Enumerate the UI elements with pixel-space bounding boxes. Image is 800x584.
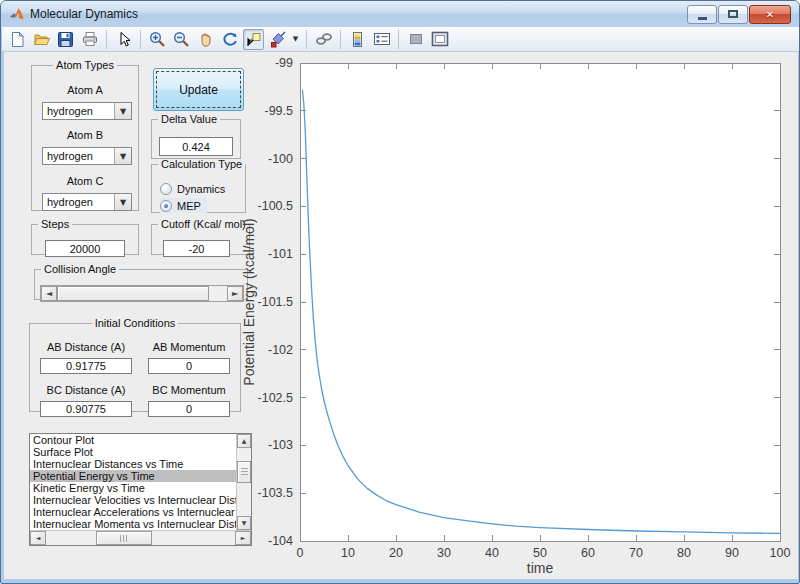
list-item[interactable]: Surface Plot xyxy=(30,446,236,458)
chevron-down-icon: ▼ xyxy=(120,152,126,161)
atom-a-dropdown-button[interactable]: ▼ xyxy=(114,103,131,119)
calculation-type-panel: Calculation Type Dynamics MEP xyxy=(151,158,246,213)
zoom-in-button[interactable] xyxy=(147,29,168,50)
hide-plot-tools-button[interactable] xyxy=(405,29,426,50)
pan-hand-icon xyxy=(197,31,214,48)
maximize-button[interactable] xyxy=(718,5,748,24)
bc-momentum-label: BC Momentum xyxy=(148,384,230,396)
x-tick-label: 70 xyxy=(629,546,643,560)
atom-c-dropdown-button[interactable]: ▼ xyxy=(114,194,131,210)
rotate-3d-button[interactable] xyxy=(219,29,240,50)
atom-c-label: Atom C xyxy=(32,175,138,187)
list-item[interactable]: Internuclear Accelerations vs Internucle… xyxy=(30,506,236,518)
radio-mep-label: MEP xyxy=(177,200,201,212)
plot-background[interactable] xyxy=(300,63,780,541)
potential-energy-plot[interactable]: 0102030405060708090100-99-99.5-100-100.5… xyxy=(241,53,800,579)
scroll-left-button[interactable]: ◄ xyxy=(30,531,46,545)
rotate-3d-icon xyxy=(221,31,238,48)
figure-toolbar: ▼ xyxy=(2,27,800,52)
y-tick-label: -104 xyxy=(268,534,293,548)
radio-checked-icon xyxy=(160,200,172,212)
list-item[interactable]: Internuclear Distances vs Time xyxy=(30,458,236,470)
bc-distance-field[interactable] xyxy=(40,401,132,417)
initial-conditions-panel: Initial Conditions AB Distance (A) AB Mo… xyxy=(29,317,241,412)
pointer-icon xyxy=(116,31,132,47)
save-button[interactable] xyxy=(55,29,76,50)
zoom-out-button[interactable] xyxy=(171,29,192,50)
list-item[interactable]: Potential Energy vs Time xyxy=(30,470,236,482)
brush-button[interactable] xyxy=(267,29,288,50)
y-tick-label: -101.5 xyxy=(258,295,293,309)
radio-unchecked-icon xyxy=(160,183,172,195)
atom-b-dropdown-button[interactable]: ▼ xyxy=(114,148,131,164)
ab-momentum-field[interactable] xyxy=(148,358,230,374)
save-icon xyxy=(57,31,74,48)
show-plot-tools-button[interactable] xyxy=(429,29,450,50)
delta-value-panel: Delta Value xyxy=(151,113,241,159)
atom-c-value: hydrogen xyxy=(43,194,114,210)
collision-angle-legend: Collision Angle xyxy=(41,263,119,275)
pan-button[interactable] xyxy=(195,29,216,50)
steps-field[interactable] xyxy=(45,240,125,257)
cutoff-legend: Cutoff (Kcal/ mol) xyxy=(158,218,249,230)
insert-legend-button[interactable] xyxy=(371,29,392,50)
collision-angle-slider[interactable]: ◄ ► xyxy=(40,285,244,302)
link-plots-button[interactable] xyxy=(313,29,334,50)
brush-dropdown-caret-icon[interactable]: ▼ xyxy=(291,35,300,43)
titlebar: Molecular Dynamics ✕ xyxy=(1,1,799,27)
update-button[interactable]: Update xyxy=(153,68,244,111)
insert-colorbar-button[interactable] xyxy=(347,29,368,50)
bc-momentum-field[interactable] xyxy=(148,401,230,417)
toolbar-separator xyxy=(106,30,107,49)
figure-canvas: Atom Types Atom A hydrogen ▼ Atom B hydr… xyxy=(4,52,798,579)
minimize-button[interactable] xyxy=(687,5,717,24)
atom-a-dropdown[interactable]: hydrogen ▼ xyxy=(42,102,132,120)
steps-legend: Steps xyxy=(38,218,72,230)
slider-left-arrow[interactable]: ◄ xyxy=(41,286,57,301)
list-item[interactable]: Internuclear Velocities vs Internuclear … xyxy=(30,494,236,506)
steps-panel: Steps xyxy=(31,218,139,255)
print-button[interactable] xyxy=(79,29,100,50)
list-item[interactable]: Kinetic Energy vs Time xyxy=(30,482,236,494)
print-icon xyxy=(81,30,99,48)
zoom-in-icon xyxy=(149,31,166,48)
y-tick-label: -102 xyxy=(268,343,293,357)
atom-types-legend: Atom Types xyxy=(53,59,117,71)
close-button[interactable]: ✕ xyxy=(749,5,791,24)
new-file-button[interactable] xyxy=(7,29,28,50)
atom-b-dropdown[interactable]: hydrogen ▼ xyxy=(42,147,132,165)
data-cursor-button[interactable] xyxy=(243,29,264,50)
list-item[interactable]: Contour Plot xyxy=(30,434,236,446)
arrow-right-icon: ► xyxy=(232,290,238,298)
x-tick-label: 0 xyxy=(297,546,304,560)
zoom-out-icon xyxy=(173,31,190,48)
matlab-logo-icon xyxy=(9,6,25,22)
calculation-type-legend: Calculation Type xyxy=(158,158,245,170)
atom-c-dropdown[interactable]: hydrogen ▼ xyxy=(42,193,132,211)
chevron-down-icon: ▼ xyxy=(120,107,126,116)
ab-distance-label: AB Distance (A) xyxy=(40,341,132,353)
pointer-button[interactable] xyxy=(113,29,134,50)
radio-dynamics-label: Dynamics xyxy=(177,183,225,195)
slider-track[interactable] xyxy=(209,286,227,301)
hscroll-thumb[interactable] xyxy=(96,531,152,545)
app-window: Molecular Dynamics ✕ xyxy=(0,0,800,584)
open-file-button[interactable] xyxy=(31,29,52,50)
list-item[interactable]: Internuclear Momenta vs Internuclear Dis… xyxy=(30,518,236,530)
ab-distance-field[interactable] xyxy=(40,358,132,374)
atom-b-label: Atom B xyxy=(32,129,138,141)
radio-dynamics[interactable]: Dynamics xyxy=(160,181,231,196)
cutoff-panel: Cutoff (Kcal/ mol) xyxy=(151,218,250,255)
cutoff-field[interactable] xyxy=(163,240,230,257)
bc-distance-label: BC Distance (A) xyxy=(40,384,132,396)
x-axis-label: time xyxy=(527,560,554,576)
hscroll-track[interactable] xyxy=(152,531,235,545)
window-title: Molecular Dynamics xyxy=(30,7,687,21)
delta-value-field[interactable] xyxy=(159,137,233,156)
radio-mep[interactable]: MEP xyxy=(160,198,207,213)
y-axis-label: Potential Energy (kcal/mol) xyxy=(241,218,257,385)
slider-thumb[interactable] xyxy=(57,286,209,301)
toolbar-separator xyxy=(398,30,399,49)
listbox-horizontal-scrollbar[interactable]: ◄ ► xyxy=(30,530,251,545)
delta-value-legend: Delta Value xyxy=(158,113,220,125)
